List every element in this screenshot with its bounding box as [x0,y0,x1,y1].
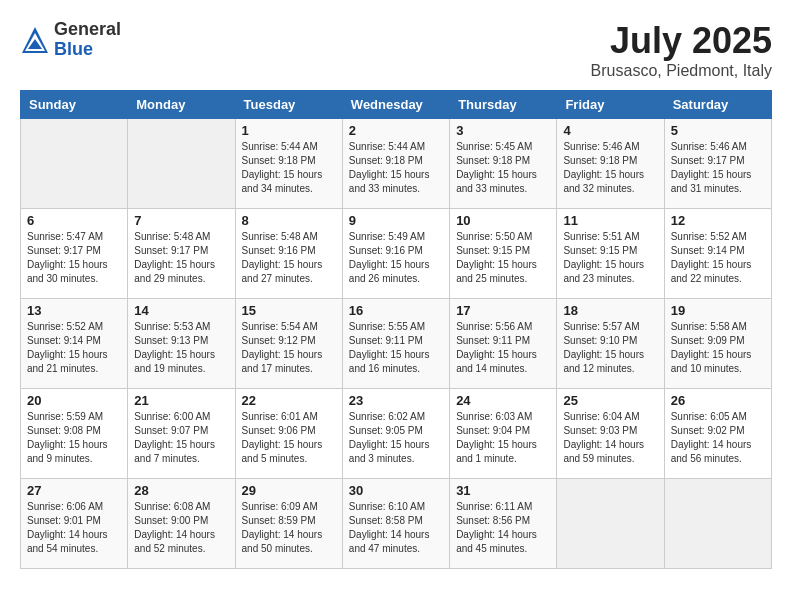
col-header-tuesday: Tuesday [235,91,342,119]
page-header: General Blue July 2025 Brusasco, Piedmon… [20,20,772,80]
calendar-cell: 24Sunrise: 6:03 AM Sunset: 9:04 PM Dayli… [450,389,557,479]
calendar-week-2: 6Sunrise: 5:47 AM Sunset: 9:17 PM Daylig… [21,209,772,299]
day-detail: Sunrise: 5:46 AM Sunset: 9:18 PM Dayligh… [563,140,657,196]
day-number: 2 [349,123,443,138]
day-number: 28 [134,483,228,498]
day-detail: Sunrise: 5:44 AM Sunset: 9:18 PM Dayligh… [349,140,443,196]
day-detail: Sunrise: 6:06 AM Sunset: 9:01 PM Dayligh… [27,500,121,556]
day-detail: Sunrise: 5:55 AM Sunset: 9:11 PM Dayligh… [349,320,443,376]
day-detail: Sunrise: 6:00 AM Sunset: 9:07 PM Dayligh… [134,410,228,466]
calendar-cell: 20Sunrise: 5:59 AM Sunset: 9:08 PM Dayli… [21,389,128,479]
logo: General Blue [20,20,121,60]
day-number: 9 [349,213,443,228]
calendar-cell: 14Sunrise: 5:53 AM Sunset: 9:13 PM Dayli… [128,299,235,389]
day-number: 11 [563,213,657,228]
day-detail: Sunrise: 5:46 AM Sunset: 9:17 PM Dayligh… [671,140,765,196]
day-number: 24 [456,393,550,408]
calendar-cell: 8Sunrise: 5:48 AM Sunset: 9:16 PM Daylig… [235,209,342,299]
day-number: 1 [242,123,336,138]
calendar-cell: 1Sunrise: 5:44 AM Sunset: 9:18 PM Daylig… [235,119,342,209]
day-detail: Sunrise: 6:09 AM Sunset: 8:59 PM Dayligh… [242,500,336,556]
day-detail: Sunrise: 5:49 AM Sunset: 9:16 PM Dayligh… [349,230,443,286]
day-number: 30 [349,483,443,498]
calendar-cell: 15Sunrise: 5:54 AM Sunset: 9:12 PM Dayli… [235,299,342,389]
calendar-cell [128,119,235,209]
col-header-friday: Friday [557,91,664,119]
calendar-cell: 11Sunrise: 5:51 AM Sunset: 9:15 PM Dayli… [557,209,664,299]
calendar-cell: 26Sunrise: 6:05 AM Sunset: 9:02 PM Dayli… [664,389,771,479]
title-area: July 2025 Brusasco, Piedmont, Italy [591,20,772,80]
day-number: 23 [349,393,443,408]
day-number: 3 [456,123,550,138]
day-detail: Sunrise: 5:53 AM Sunset: 9:13 PM Dayligh… [134,320,228,376]
day-detail: Sunrise: 5:52 AM Sunset: 9:14 PM Dayligh… [671,230,765,286]
day-number: 6 [27,213,121,228]
day-number: 16 [349,303,443,318]
calendar-header-row: SundayMondayTuesdayWednesdayThursdayFrid… [21,91,772,119]
calendar-cell: 6Sunrise: 5:47 AM Sunset: 9:17 PM Daylig… [21,209,128,299]
logo-general-text: General [54,20,121,40]
calendar-week-1: 1Sunrise: 5:44 AM Sunset: 9:18 PM Daylig… [21,119,772,209]
day-number: 7 [134,213,228,228]
day-number: 4 [563,123,657,138]
calendar-cell: 22Sunrise: 6:01 AM Sunset: 9:06 PM Dayli… [235,389,342,479]
day-number: 12 [671,213,765,228]
calendar-cell: 17Sunrise: 5:56 AM Sunset: 9:11 PM Dayli… [450,299,557,389]
day-number: 10 [456,213,550,228]
calendar-cell: 27Sunrise: 6:06 AM Sunset: 9:01 PM Dayli… [21,479,128,569]
calendar-week-3: 13Sunrise: 5:52 AM Sunset: 9:14 PM Dayli… [21,299,772,389]
day-detail: Sunrise: 6:11 AM Sunset: 8:56 PM Dayligh… [456,500,550,556]
day-number: 15 [242,303,336,318]
day-detail: Sunrise: 5:50 AM Sunset: 9:15 PM Dayligh… [456,230,550,286]
calendar-week-4: 20Sunrise: 5:59 AM Sunset: 9:08 PM Dayli… [21,389,772,479]
day-number: 21 [134,393,228,408]
calendar-cell: 18Sunrise: 5:57 AM Sunset: 9:10 PM Dayli… [557,299,664,389]
calendar-cell: 3Sunrise: 5:45 AM Sunset: 9:18 PM Daylig… [450,119,557,209]
calendar-cell: 28Sunrise: 6:08 AM Sunset: 9:00 PM Dayli… [128,479,235,569]
calendar-cell: 30Sunrise: 6:10 AM Sunset: 8:58 PM Dayli… [342,479,449,569]
day-detail: Sunrise: 5:45 AM Sunset: 9:18 PM Dayligh… [456,140,550,196]
calendar-cell [21,119,128,209]
day-number: 18 [563,303,657,318]
col-header-saturday: Saturday [664,91,771,119]
calendar-cell: 29Sunrise: 6:09 AM Sunset: 8:59 PM Dayli… [235,479,342,569]
day-detail: Sunrise: 5:47 AM Sunset: 9:17 PM Dayligh… [27,230,121,286]
col-header-sunday: Sunday [21,91,128,119]
day-detail: Sunrise: 6:10 AM Sunset: 8:58 PM Dayligh… [349,500,443,556]
day-detail: Sunrise: 6:04 AM Sunset: 9:03 PM Dayligh… [563,410,657,466]
calendar-cell: 23Sunrise: 6:02 AM Sunset: 9:05 PM Dayli… [342,389,449,479]
day-detail: Sunrise: 6:08 AM Sunset: 9:00 PM Dayligh… [134,500,228,556]
day-detail: Sunrise: 5:59 AM Sunset: 9:08 PM Dayligh… [27,410,121,466]
day-number: 8 [242,213,336,228]
calendar-cell: 7Sunrise: 5:48 AM Sunset: 9:17 PM Daylig… [128,209,235,299]
day-number: 19 [671,303,765,318]
day-number: 29 [242,483,336,498]
calendar-cell: 21Sunrise: 6:00 AM Sunset: 9:07 PM Dayli… [128,389,235,479]
day-detail: Sunrise: 5:48 AM Sunset: 9:17 PM Dayligh… [134,230,228,286]
day-number: 20 [27,393,121,408]
calendar-cell: 16Sunrise: 5:55 AM Sunset: 9:11 PM Dayli… [342,299,449,389]
day-number: 27 [27,483,121,498]
logo-icon [20,25,50,55]
day-number: 26 [671,393,765,408]
calendar-cell: 4Sunrise: 5:46 AM Sunset: 9:18 PM Daylig… [557,119,664,209]
calendar-cell: 2Sunrise: 5:44 AM Sunset: 9:18 PM Daylig… [342,119,449,209]
calendar-cell [557,479,664,569]
col-header-wednesday: Wednesday [342,91,449,119]
calendar-cell: 31Sunrise: 6:11 AM Sunset: 8:56 PM Dayli… [450,479,557,569]
calendar-cell: 5Sunrise: 5:46 AM Sunset: 9:17 PM Daylig… [664,119,771,209]
day-detail: Sunrise: 6:05 AM Sunset: 9:02 PM Dayligh… [671,410,765,466]
month-title: July 2025 [591,20,772,62]
col-header-monday: Monday [128,91,235,119]
day-detail: Sunrise: 5:44 AM Sunset: 9:18 PM Dayligh… [242,140,336,196]
day-number: 17 [456,303,550,318]
calendar-cell: 12Sunrise: 5:52 AM Sunset: 9:14 PM Dayli… [664,209,771,299]
logo-blue-text: Blue [54,40,121,60]
day-detail: Sunrise: 5:51 AM Sunset: 9:15 PM Dayligh… [563,230,657,286]
calendar-cell: 10Sunrise: 5:50 AM Sunset: 9:15 PM Dayli… [450,209,557,299]
day-detail: Sunrise: 6:03 AM Sunset: 9:04 PM Dayligh… [456,410,550,466]
day-detail: Sunrise: 5:54 AM Sunset: 9:12 PM Dayligh… [242,320,336,376]
day-detail: Sunrise: 5:52 AM Sunset: 9:14 PM Dayligh… [27,320,121,376]
calendar-cell: 13Sunrise: 5:52 AM Sunset: 9:14 PM Dayli… [21,299,128,389]
day-number: 5 [671,123,765,138]
